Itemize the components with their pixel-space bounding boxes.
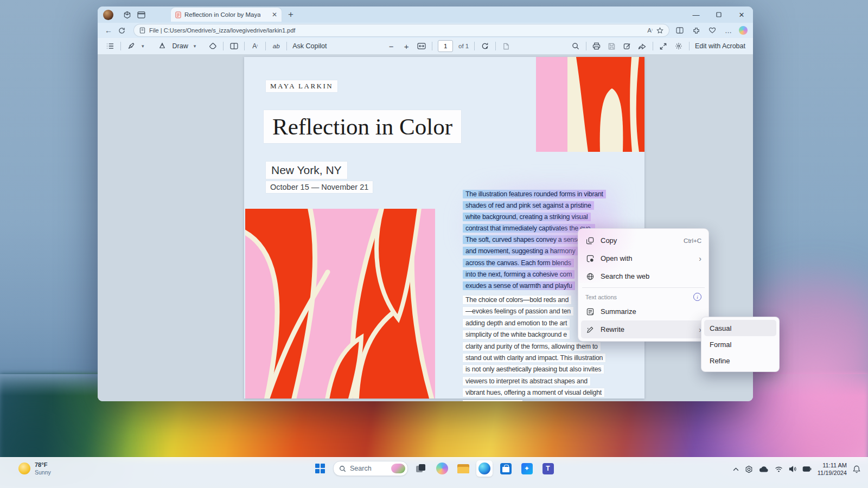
search-document-icon[interactable]	[571, 40, 580, 52]
pdf-viewport[interactable]: MAYA LARKIN Reflection in Color New York…	[98, 54, 753, 401]
browser-tab[interactable]: Reflection in Color by Maya Lark ✕	[171, 8, 282, 22]
file-explorer-button[interactable]	[455, 460, 471, 477]
wifi-icon[interactable]	[775, 466, 783, 472]
menu-item-open-with[interactable]: Open with ›	[581, 249, 706, 267]
draw-button[interactable]: Draw	[173, 42, 188, 50]
back-icon[interactable]: ←	[103, 26, 114, 35]
menu-item-search-web[interactable]: Search the web	[581, 267, 706, 285]
read-aloud-pdf-icon[interactable]: A⁾	[250, 40, 260, 52]
edge-button[interactable]	[476, 460, 493, 477]
tray-chevron-icon[interactable]	[733, 467, 739, 471]
microsoft-store-icon	[500, 463, 512, 474]
settings-gear-icon[interactable]	[674, 40, 684, 52]
search-highlight-image	[391, 464, 405, 473]
globe-icon	[585, 273, 595, 280]
context-menu: Copy Ctrl+C Open with › Search the web	[578, 228, 709, 342]
menu-item-rewrite[interactable]: Rewrite ›	[581, 320, 706, 338]
copilot-app-button[interactable]	[434, 460, 450, 477]
fit-to-width-icon[interactable]	[417, 40, 426, 52]
highlighter-icon[interactable]	[126, 40, 136, 52]
tab-actions-icon[interactable]	[134, 9, 148, 21]
zoom-out-icon[interactable]: −	[386, 40, 396, 52]
ask-copilot-button[interactable]: Ask Copilot	[292, 42, 327, 50]
onedrive-cloud-icon[interactable]	[759, 466, 769, 472]
body-line: clarity and purity of the forms, allowin…	[463, 342, 601, 351]
minimize-button[interactable]: —	[685, 7, 707, 23]
copilot-app-icon	[436, 463, 448, 474]
settings-menu-icon[interactable]: …	[723, 27, 735, 35]
print-icon[interactable]	[592, 40, 602, 52]
file-icon	[139, 27, 145, 34]
page-number-input[interactable]: 1	[438, 40, 453, 52]
two-page-view-icon[interactable]	[229, 40, 239, 52]
start-button[interactable]	[312, 460, 328, 477]
submenu-item-formal[interactable]: Formal	[704, 336, 776, 352]
clock-time: 11:11 AM	[818, 461, 847, 469]
submenu-item-casual[interactable]: Casual	[704, 320, 776, 336]
draw-pen-icon[interactable]	[157, 40, 167, 52]
artwork-top-right	[536, 57, 644, 152]
navigation-bar: ← File | C:Users/Onedrive/s_izza/lovegiv…	[98, 23, 753, 38]
submenu-item-refine[interactable]: Refine	[704, 352, 776, 369]
edit-icon[interactable]	[622, 40, 632, 52]
browser-essentials-icon[interactable]	[706, 27, 718, 34]
summarize-icon	[585, 308, 595, 316]
address-bar[interactable]: File | C:Users/Onedrive/s_izza/lovegived…	[133, 24, 669, 37]
doc-dates: October 15 — November 21	[266, 181, 373, 193]
workspaces-icon[interactable]	[120, 9, 134, 21]
menu-item-summarize[interactable]: Summarize	[581, 303, 706, 320]
share-icon[interactable]	[637, 40, 647, 52]
menu-item-label: Open with	[601, 254, 633, 262]
microsoft-store-button[interactable]	[497, 460, 514, 477]
microsoft-365-button[interactable]: ✦	[519, 460, 535, 477]
body-line: simplicity of the white background e	[463, 330, 570, 339]
volume-icon[interactable]	[789, 466, 796, 472]
tab-title: Reflection in Color by Maya Lark	[184, 11, 260, 18]
fullscreen-icon[interactable]	[659, 40, 668, 52]
extensions-icon[interactable]	[690, 27, 702, 34]
taskbar: 78°F Sunny Search	[0, 457, 868, 488]
highlighter-dropdown-icon[interactable]: ▾	[142, 43, 144, 49]
menu-item-label: Copy	[601, 236, 617, 245]
rotate-icon[interactable]	[480, 40, 490, 52]
tab-strip: Reflection in Color by Maya Lark ✕ + — ✕	[98, 7, 753, 23]
pdf-toolbar-left: ▾ Draw ▾	[105, 40, 327, 52]
edit-with-acrobat-button[interactable]: Edit with Acrobat	[695, 42, 745, 50]
close-button[interactable]: ✕	[730, 7, 753, 23]
edge-icon	[478, 463, 490, 474]
clock-date: 11/19/2024	[818, 469, 847, 477]
copilot-icon[interactable]	[739, 26, 748, 35]
task-view-button[interactable]	[413, 460, 429, 477]
battery-icon[interactable]	[802, 466, 812, 472]
favorites-star-icon[interactable]	[656, 27, 663, 34]
edge-window: Reflection in Color by Maya Lark ✕ + — ✕…	[98, 7, 753, 401]
body-line: —evokes feelings of passion and ten	[463, 307, 573, 316]
new-tab-button[interactable]: +	[288, 9, 293, 20]
refresh-icon[interactable]	[118, 27, 129, 34]
profile-avatar[interactable]	[103, 10, 113, 20]
taskbar-clock[interactable]: 11:11 AM 11/19/2024	[818, 461, 847, 477]
sun-icon	[18, 463, 30, 474]
translate-icon[interactable]: ab	[271, 40, 281, 52]
eraser-icon[interactable]	[208, 40, 218, 52]
pdf-file-icon	[175, 11, 181, 18]
notification-bell-icon[interactable]	[853, 465, 860, 473]
pdf-toolbar-right: Edit with Acrobat	[571, 40, 745, 52]
split-screen-icon[interactable]	[674, 27, 686, 34]
read-aloud-icon[interactable]: A⁾	[647, 27, 653, 34]
menu-item-label: Rewrite	[601, 325, 624, 333]
pdf-toolbar-center: − + 1 of 1	[386, 40, 511, 52]
teams-button[interactable]: T	[540, 460, 556, 477]
tab-close-icon[interactable]: ✕	[272, 11, 277, 18]
menu-item-copy[interactable]: Copy Ctrl+C	[581, 232, 706, 249]
taskbar-search[interactable]: Search	[333, 461, 408, 476]
draw-dropdown-icon[interactable]: ▾	[194, 43, 196, 49]
taskbar-weather-widget[interactable]: 78°F Sunny	[18, 461, 51, 476]
save-icon[interactable]	[607, 40, 617, 52]
table-of-contents-icon[interactable]	[105, 40, 115, 52]
maximize-button[interactable]	[707, 7, 730, 23]
zoom-in-icon[interactable]: +	[401, 40, 411, 52]
tray-app-icon[interactable]	[745, 465, 753, 473]
page-view-icon[interactable]	[501, 40, 511, 52]
info-icon[interactable]: i	[693, 293, 701, 301]
